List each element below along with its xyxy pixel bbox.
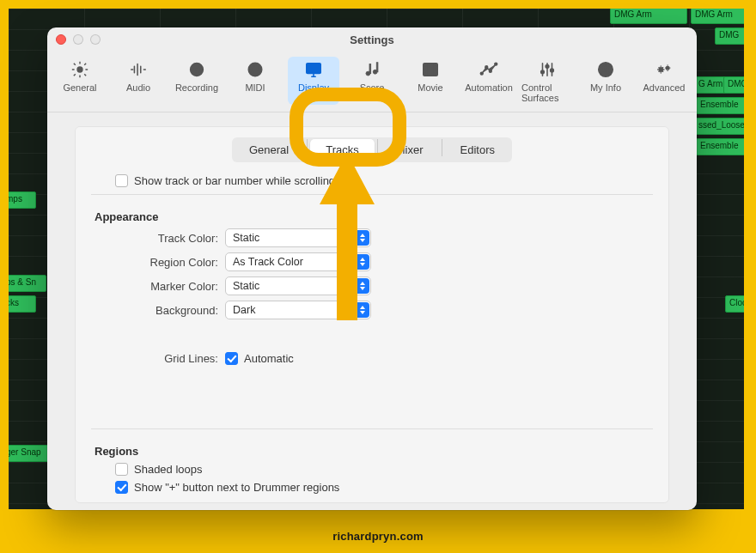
daw-clip: Cloc bbox=[725, 295, 744, 313]
svg-rect-9 bbox=[307, 64, 321, 74]
svg-point-21 bbox=[551, 69, 554, 72]
gridlines-automatic-checkbox[interactable] bbox=[225, 352, 238, 365]
toolbar-label: Recording bbox=[175, 82, 218, 93]
svg-point-23 bbox=[603, 65, 608, 70]
recording-icon bbox=[186, 60, 208, 79]
toolbar-display[interactable]: Display bbox=[288, 57, 339, 105]
svg-point-19 bbox=[541, 70, 545, 74]
stepper-icon bbox=[355, 278, 369, 294]
toolbar-label: Display bbox=[298, 82, 329, 93]
toolbar-recording[interactable]: Recording bbox=[171, 57, 223, 105]
gridlines-automatic-label: Automatic bbox=[244, 352, 294, 365]
svg-point-0 bbox=[77, 67, 82, 72]
daw-clip: DMG bbox=[715, 27, 744, 45]
toolbar-label: Automation bbox=[465, 82, 513, 93]
display-panel: GeneralTracksMixerEditors Show track or … bbox=[75, 126, 669, 503]
toolbar-midi[interactable]: MIDI bbox=[229, 57, 281, 105]
daw-clip: ps & Sn bbox=[9, 275, 46, 292]
toolbar-label: General bbox=[63, 82, 96, 93]
svg-point-8 bbox=[257, 71, 259, 73]
shaded-loops-checkbox[interactable] bbox=[115, 463, 128, 476]
svg-point-7 bbox=[252, 71, 253, 73]
track-color-label: Track Color: bbox=[91, 232, 225, 245]
movie-icon bbox=[419, 60, 442, 79]
toolbar-label: MIDI bbox=[245, 82, 265, 93]
gridlines-label: Grid Lines: bbox=[91, 352, 225, 365]
settings-window: Settings GeneralAudioRecordingMIDIDispla… bbox=[47, 27, 697, 510]
regions-heading: Regions bbox=[94, 445, 653, 458]
svg-rect-14 bbox=[424, 64, 438, 76]
stepper-icon bbox=[355, 302, 369, 318]
toolbar-label: Movie bbox=[418, 82, 442, 93]
show-track-number-checkbox[interactable] bbox=[115, 174, 128, 187]
display-subtabs: GeneralTracksMixerEditors bbox=[91, 137, 653, 162]
marker-color-label: Marker Color: bbox=[91, 280, 225, 293]
svg-point-18 bbox=[495, 63, 497, 65]
automation-icon bbox=[478, 60, 500, 79]
settings-toolbar: GeneralAudioRecordingMIDIDisplayScoreMov… bbox=[47, 52, 697, 112]
daw-clip: mps bbox=[9, 191, 36, 209]
daw-clip: Ensemble bbox=[696, 138, 744, 155]
toolbar-label: My Info bbox=[590, 82, 621, 93]
toolbar-advanced[interactable]: Advanced bbox=[638, 57, 690, 105]
background-select[interactable]: Dark bbox=[225, 301, 371, 319]
attribution-footer: richardpryn.com bbox=[0, 519, 756, 553]
marker-color-select[interactable]: Static bbox=[225, 276, 371, 295]
svg-point-4 bbox=[254, 64, 256, 66]
audio-icon bbox=[127, 60, 149, 79]
subtab-mixer[interactable]: Mixer bbox=[381, 139, 439, 161]
svg-point-24 bbox=[659, 68, 662, 71]
svg-point-25 bbox=[666, 66, 669, 70]
svg-point-17 bbox=[489, 70, 491, 72]
svg-point-5 bbox=[250, 67, 252, 69]
stepper-icon bbox=[355, 254, 369, 270]
subtab-tracks[interactable]: Tracks bbox=[310, 139, 375, 161]
background-label: Background: bbox=[91, 304, 225, 317]
svg-point-15 bbox=[480, 72, 483, 75]
daw-clip: ssed_Loose bbox=[694, 118, 744, 135]
subtab-general[interactable]: General bbox=[234, 139, 304, 161]
toolbar-general[interactable]: General bbox=[54, 57, 106, 105]
svg-rect-12 bbox=[369, 64, 371, 74]
toolbar-audio[interactable]: Audio bbox=[113, 57, 164, 105]
daw-clip: DMG Arm bbox=[691, 9, 744, 24]
daw-clip: ger Snap bbox=[9, 445, 52, 462]
show-track-number-label: Show track or bar number while scrolling bbox=[134, 174, 335, 187]
toolbar-score[interactable]: Score bbox=[346, 57, 398, 105]
toolbar-label: Score bbox=[360, 82, 385, 93]
svg-point-16 bbox=[485, 66, 488, 69]
display-icon bbox=[302, 60, 325, 79]
daw-clip: DMG Arm bbox=[610, 9, 687, 24]
toolbar-movie[interactable]: Movie bbox=[405, 57, 456, 105]
window-titlebar: Settings bbox=[47, 27, 697, 52]
subtab-editors[interactable]: Editors bbox=[445, 139, 510, 161]
advanced-icon bbox=[653, 60, 675, 79]
shaded-loops-label: Shaded loops bbox=[134, 463, 203, 476]
svg-point-20 bbox=[546, 65, 549, 69]
region-color-label: Region Color: bbox=[91, 256, 225, 269]
toolbar-automation[interactable]: Automation bbox=[463, 57, 515, 105]
drummer-plus-label: Show "+" button next to Drummer regions bbox=[134, 481, 339, 494]
stepper-icon bbox=[355, 230, 369, 246]
toolbar-my-info[interactable]: My Info bbox=[580, 57, 631, 105]
track-color-select[interactable]: Static bbox=[225, 228, 371, 247]
daw-clip: Ensemble bbox=[696, 97, 744, 114]
score-icon bbox=[361, 60, 383, 79]
drummer-plus-checkbox[interactable] bbox=[115, 481, 128, 494]
toolbar-label: Audio bbox=[126, 82, 150, 93]
midi-icon bbox=[244, 60, 266, 79]
general-icon bbox=[69, 60, 91, 79]
svg-rect-13 bbox=[376, 63, 378, 72]
my-info-icon bbox=[594, 60, 617, 79]
appearance-heading: Appearance bbox=[94, 210, 653, 223]
svg-point-2 bbox=[194, 67, 199, 72]
daw-clip: DMG bbox=[723, 76, 744, 94]
toolbar-label: Control Surfaces bbox=[521, 82, 573, 103]
region-color-select[interactable]: As Track Color bbox=[225, 252, 371, 271]
toolbar-control-surfaces[interactable]: Control Surfaces bbox=[521, 57, 573, 105]
daw-clip: cks bbox=[9, 295, 36, 313]
control-surfaces-icon bbox=[536, 60, 558, 79]
svg-point-6 bbox=[259, 67, 260, 69]
window-title: Settings bbox=[47, 33, 697, 46]
toolbar-label: Advanced bbox=[643, 82, 686, 93]
